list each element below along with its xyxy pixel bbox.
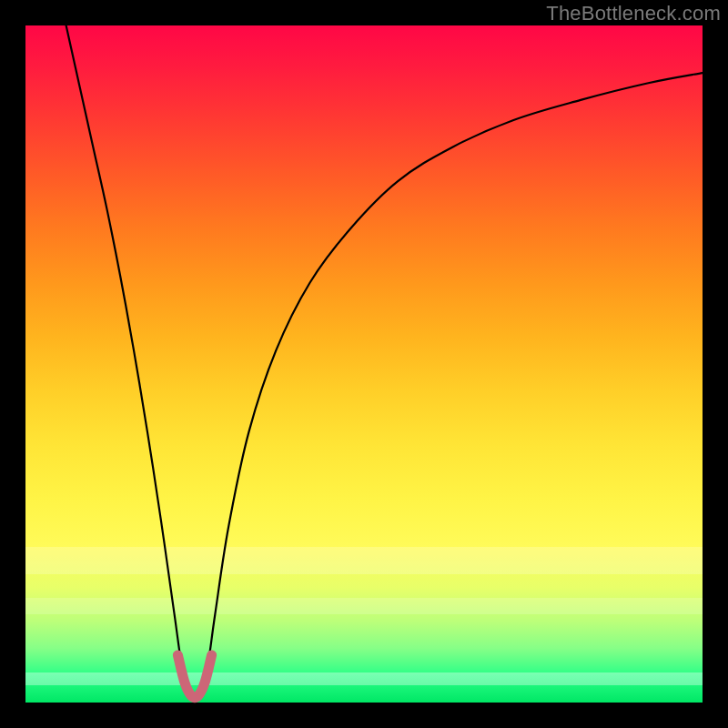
curve-svg [25,25,703,703]
optimal-range-highlight [177,655,211,698]
chart-frame: TheBottleneck.com [0,0,728,728]
bottleneck-curve [66,25,703,699]
watermark-text: TheBottleneck.com [546,2,721,25]
